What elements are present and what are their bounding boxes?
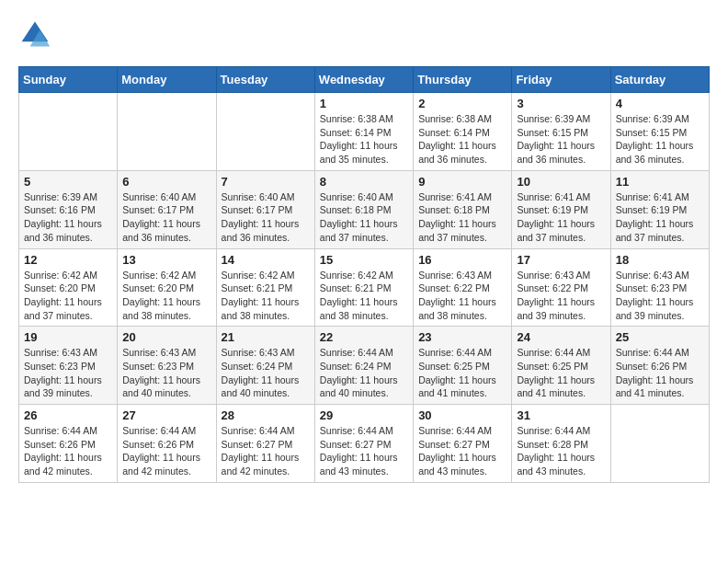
calendar-week-1: 1Sunrise: 6:38 AM Sunset: 6:14 PM Daylig… [19,93,710,171]
weekday-thursday: Thursday [414,67,512,93]
day-number: 15 [320,253,408,267]
day-info: Sunrise: 6:40 AM Sunset: 6:17 PM Dayligh… [222,190,310,245]
day-number: 7 [222,175,310,189]
calendar-cell [610,405,709,483]
day-number: 19 [24,330,112,344]
day-number: 12 [24,253,112,267]
day-number: 4 [616,97,704,110]
day-number: 3 [517,97,605,110]
calendar-cell: 6Sunrise: 6:40 AM Sunset: 6:17 PM Daylig… [118,170,216,248]
day-number: 16 [418,253,506,267]
calendar-cell: 14Sunrise: 6:42 AM Sunset: 6:21 PM Dayli… [216,248,314,327]
day-number: 9 [418,175,506,189]
calendar-week-5: 26Sunrise: 6:44 AM Sunset: 6:26 PM Dayli… [19,405,710,483]
day-info: Sunrise: 6:44 AM Sunset: 6:26 PM Dayligh… [616,346,704,400]
calendar-cell: 8Sunrise: 6:40 AM Sunset: 6:18 PM Daylig… [314,170,413,248]
calendar-cell: 10Sunrise: 6:41 AM Sunset: 6:19 PM Dayli… [512,170,610,248]
day-number: 11 [616,175,704,189]
day-info: Sunrise: 6:39 AM Sunset: 6:15 PM Dayligh… [616,112,704,167]
calendar-cell: 2Sunrise: 6:38 AM Sunset: 6:14 PM Daylig… [414,93,512,171]
calendar-cell: 21Sunrise: 6:43 AM Sunset: 6:24 PM Dayli… [216,327,314,405]
weekday-wednesday: Wednesday [314,67,413,93]
day-number: 1 [320,97,408,110]
calendar-cell: 31Sunrise: 6:44 AM Sunset: 6:28 PM Dayli… [512,405,610,483]
day-info: Sunrise: 6:44 AM Sunset: 6:25 PM Dayligh… [517,346,605,400]
calendar-cell: 20Sunrise: 6:43 AM Sunset: 6:23 PM Dayli… [118,327,216,405]
calendar-cell: 13Sunrise: 6:42 AM Sunset: 6:20 PM Dayli… [118,248,216,327]
day-info: Sunrise: 6:43 AM Sunset: 6:24 PM Dayligh… [222,346,310,400]
day-number: 29 [320,408,408,422]
calendar-cell: 18Sunrise: 6:43 AM Sunset: 6:23 PM Dayli… [610,248,709,327]
day-info: Sunrise: 6:40 AM Sunset: 6:18 PM Dayligh… [320,190,408,245]
day-info: Sunrise: 6:43 AM Sunset: 6:23 PM Dayligh… [24,346,112,400]
day-number: 5 [24,175,112,189]
day-info: Sunrise: 6:43 AM Sunset: 6:22 PM Dayligh… [517,269,605,323]
calendar-cell: 27Sunrise: 6:44 AM Sunset: 6:26 PM Dayli… [118,405,216,483]
calendar-cell: 9Sunrise: 6:41 AM Sunset: 6:18 PM Daylig… [414,170,512,248]
calendar-body: 1Sunrise: 6:38 AM Sunset: 6:14 PM Daylig… [19,93,710,483]
day-number: 8 [320,175,408,189]
day-number: 20 [122,330,210,344]
calendar-cell: 28Sunrise: 6:44 AM Sunset: 6:27 PM Dayli… [216,405,314,483]
day-info: Sunrise: 6:44 AM Sunset: 6:27 PM Dayligh… [320,424,408,478]
day-info: Sunrise: 6:41 AM Sunset: 6:19 PM Dayligh… [517,190,605,245]
day-number: 22 [320,330,408,344]
calendar-cell: 22Sunrise: 6:44 AM Sunset: 6:24 PM Dayli… [314,327,413,405]
day-info: Sunrise: 6:41 AM Sunset: 6:19 PM Dayligh… [616,190,704,245]
day-info: Sunrise: 6:44 AM Sunset: 6:27 PM Dayligh… [222,424,310,478]
day-number: 10 [517,175,605,189]
day-info: Sunrise: 6:42 AM Sunset: 6:21 PM Dayligh… [320,269,408,323]
calendar-cell: 24Sunrise: 6:44 AM Sunset: 6:25 PM Dayli… [512,327,610,405]
day-number: 27 [122,408,210,422]
calendar-header: SundayMondayTuesdayWednesdayThursdayFrid… [19,67,710,93]
day-info: Sunrise: 6:42 AM Sunset: 6:20 PM Dayligh… [122,269,210,323]
day-info: Sunrise: 6:39 AM Sunset: 6:16 PM Dayligh… [24,190,112,245]
day-info: Sunrise: 6:40 AM Sunset: 6:17 PM Dayligh… [122,190,210,245]
calendar-cell: 26Sunrise: 6:44 AM Sunset: 6:26 PM Dayli… [19,405,118,483]
calendar-cell: 1Sunrise: 6:38 AM Sunset: 6:14 PM Daylig… [314,93,413,171]
day-number: 26 [24,408,112,422]
page-header [18,18,710,52]
day-info: Sunrise: 6:44 AM Sunset: 6:26 PM Dayligh… [24,424,112,478]
calendar-cell: 25Sunrise: 6:44 AM Sunset: 6:26 PM Dayli… [610,327,709,405]
weekday-friday: Friday [512,67,610,93]
calendar-cell [19,93,118,171]
logo [18,18,57,52]
calendar-cell: 11Sunrise: 6:41 AM Sunset: 6:19 PM Dayli… [610,170,709,248]
weekday-tuesday: Tuesday [216,67,314,93]
day-number: 17 [517,253,605,267]
day-info: Sunrise: 6:42 AM Sunset: 6:21 PM Dayligh… [222,269,310,323]
calendar-cell: 17Sunrise: 6:43 AM Sunset: 6:22 PM Dayli… [512,248,610,327]
calendar-cell: 15Sunrise: 6:42 AM Sunset: 6:21 PM Dayli… [314,248,413,327]
day-info: Sunrise: 6:43 AM Sunset: 6:23 PM Dayligh… [616,269,704,323]
day-info: Sunrise: 6:44 AM Sunset: 6:24 PM Dayligh… [320,346,408,400]
calendar-table: SundayMondayTuesdayWednesdayThursdayFrid… [18,66,710,483]
calendar-week-4: 19Sunrise: 6:43 AM Sunset: 6:23 PM Dayli… [19,327,710,405]
calendar-cell: 16Sunrise: 6:43 AM Sunset: 6:22 PM Dayli… [414,248,512,327]
calendar-cell: 3Sunrise: 6:39 AM Sunset: 6:15 PM Daylig… [512,93,610,171]
calendar-week-2: 5Sunrise: 6:39 AM Sunset: 6:16 PM Daylig… [19,170,710,248]
day-info: Sunrise: 6:38 AM Sunset: 6:14 PM Dayligh… [320,112,408,167]
calendar-cell: 23Sunrise: 6:44 AM Sunset: 6:25 PM Dayli… [414,327,512,405]
weekday-header-row: SundayMondayTuesdayWednesdayThursdayFrid… [19,67,710,93]
calendar-cell: 30Sunrise: 6:44 AM Sunset: 6:27 PM Dayli… [414,405,512,483]
day-number: 23 [418,330,506,344]
day-info: Sunrise: 6:43 AM Sunset: 6:23 PM Dayligh… [122,346,210,400]
day-info: Sunrise: 6:38 AM Sunset: 6:14 PM Dayligh… [418,112,506,167]
day-info: Sunrise: 6:39 AM Sunset: 6:15 PM Dayligh… [517,112,605,167]
day-number: 25 [616,330,704,344]
day-number: 28 [222,408,310,422]
day-number: 6 [122,175,210,189]
calendar-cell [118,93,216,171]
day-info: Sunrise: 6:43 AM Sunset: 6:22 PM Dayligh… [418,269,506,323]
day-number: 24 [517,330,605,344]
calendar-cell: 5Sunrise: 6:39 AM Sunset: 6:16 PM Daylig… [19,170,118,248]
calendar-cell: 29Sunrise: 6:44 AM Sunset: 6:27 PM Dayli… [314,405,413,483]
calendar-cell [216,93,314,171]
calendar-cell: 4Sunrise: 6:39 AM Sunset: 6:15 PM Daylig… [610,93,709,171]
day-info: Sunrise: 6:44 AM Sunset: 6:28 PM Dayligh… [517,424,605,478]
weekday-monday: Monday [118,67,216,93]
calendar-cell: 7Sunrise: 6:40 AM Sunset: 6:17 PM Daylig… [216,170,314,248]
day-info: Sunrise: 6:44 AM Sunset: 6:26 PM Dayligh… [122,424,210,478]
day-number: 13 [122,253,210,267]
